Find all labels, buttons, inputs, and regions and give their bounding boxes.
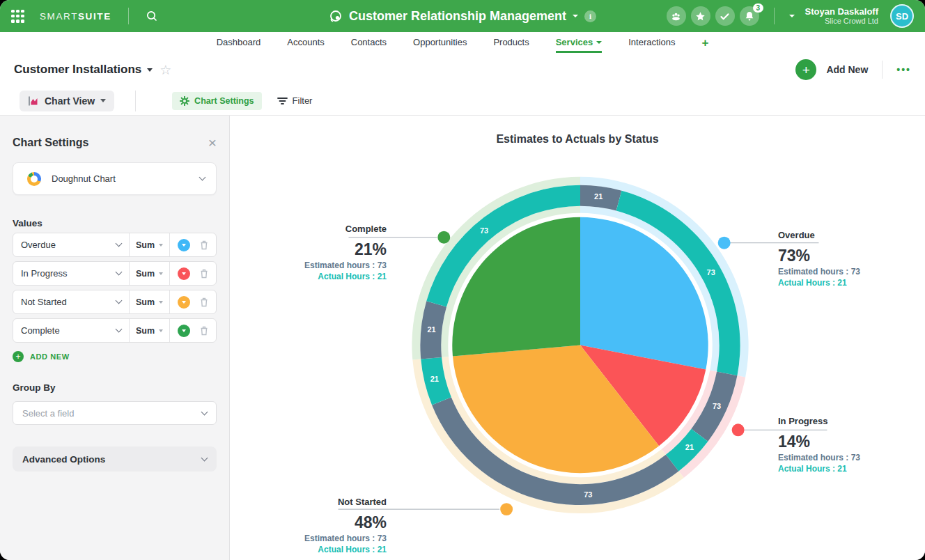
user-company: Slice Crowd Ltd: [805, 17, 878, 26]
favorite-star-icon[interactable]: ☆: [160, 63, 171, 77]
tab-opportunities[interactable]: Opportunities: [413, 32, 467, 53]
page-title: Customer Installations: [14, 63, 141, 77]
app-grid-icon[interactable]: [11, 10, 24, 23]
callout-percent: 21%: [282, 240, 387, 258]
group-by-label: Group By: [13, 382, 217, 393]
chart-view-icon: [28, 95, 39, 107]
callout-estimated: Estimated hours : 73: [282, 534, 387, 543]
chevron-down-icon: [201, 408, 208, 415]
caret-down-icon: [159, 272, 163, 275]
caret-down-icon: [182, 329, 186, 332]
doughnut-chart-svg[interactable]: 2173732173212173: [230, 116, 925, 560]
aggregation-select[interactable]: Sum: [130, 233, 170, 256]
field-label: In Progress: [21, 268, 67, 279]
add-new-label: Add New: [826, 64, 868, 75]
close-icon[interactable]: ×: [208, 135, 217, 150]
add-tab-button[interactable]: +: [701, 32, 708, 53]
aggregation-label: Sum: [136, 326, 155, 336]
user-name: Stoyan Daskaloff: [805, 6, 878, 17]
view-toolbar: Chart View Chart Settings Filter: [0, 86, 925, 115]
trash-icon[interactable]: [199, 268, 209, 279]
filter-button-label: Filter: [293, 95, 313, 106]
user-menu[interactable]: Stoyan Daskaloff Slice Crowd Ltd: [805, 6, 878, 26]
field-select-in-progress[interactable]: In Progress: [13, 262, 130, 285]
logo-text-bold: SUITE: [78, 11, 111, 22]
svg-text:73: 73: [584, 490, 592, 499]
svg-text:21: 21: [685, 443, 694, 451]
callout-name: In Progress: [778, 416, 900, 426]
group-by-placeholder: Select a field: [22, 408, 74, 419]
field-label: Complete: [21, 325, 60, 336]
view-selector-label: Chart View: [45, 95, 95, 107]
advanced-options-toggle[interactable]: Advanced Options: [13, 446, 217, 472]
chart-settings-panel: Chart Settings × Doughnut Chart Values O…: [0, 116, 230, 560]
color-picker-button[interactable]: [178, 267, 190, 280]
callout-complete: Complete 21% Estimated hours : 73 Actual…: [282, 224, 387, 281]
tasks-check-icon[interactable]: [715, 6, 735, 26]
chevron-down-icon: [116, 240, 123, 247]
search-icon[interactable]: [146, 10, 158, 22]
aggregation-select[interactable]: Sum: [130, 290, 170, 313]
tab-interactions[interactable]: Interactions: [628, 32, 675, 53]
header-divider-right: [774, 8, 775, 24]
trash-icon[interactable]: [199, 325, 209, 336]
solution-title-group[interactable]: Customer Relationship Management i: [329, 9, 596, 24]
logo-text-light: SMART: [40, 11, 78, 22]
group-by-select[interactable]: Select a field: [13, 401, 217, 425]
tab-products[interactable]: Products: [493, 32, 529, 53]
tab-services[interactable]: Services: [556, 32, 603, 53]
view-selector[interactable]: Chart View: [20, 91, 114, 111]
advanced-options-label: Advanced Options: [22, 454, 105, 465]
svg-text:73: 73: [713, 402, 721, 410]
field-select-not-started[interactable]: Not Started: [13, 290, 130, 313]
view-selector-caret-icon: [100, 99, 106, 102]
tab-accounts[interactable]: Accounts: [287, 32, 324, 53]
chart-settings-button-label: Chart Settings: [194, 96, 254, 106]
headset-icon: [329, 9, 343, 23]
more-options-button[interactable]: •••: [896, 64, 911, 75]
doughnut-chart-icon: [27, 172, 41, 186]
chart-type-label: Doughnut Chart: [52, 173, 116, 184]
info-icon[interactable]: i: [584, 10, 596, 22]
svg-text:21: 21: [427, 325, 435, 334]
caret-down-icon: [182, 272, 186, 275]
color-picker-button[interactable]: [178, 296, 190, 309]
svg-text:73: 73: [480, 226, 488, 235]
add-new-button[interactable]: +: [795, 59, 816, 80]
color-picker-button[interactable]: [178, 325, 190, 337]
favorites-star-icon[interactable]: [691, 6, 710, 26]
chart-settings-button[interactable]: Chart Settings: [172, 92, 261, 110]
app-window: SMARTSUITE Customer Relationship Managem…: [0, 0, 925, 560]
chevron-down-icon: [199, 174, 206, 181]
trash-icon[interactable]: [199, 297, 209, 307]
solution-caret-icon[interactable]: [573, 15, 578, 17]
callout-actual: Actual Hours : 21: [282, 272, 387, 281]
tab-services-caret-icon: [596, 41, 602, 44]
callout-name: Complete: [282, 224, 387, 234]
field-select-overdue[interactable]: Overdue: [13, 233, 130, 256]
members-icon[interactable]: [667, 6, 686, 26]
notifications-bell-icon[interactable]: 3: [740, 6, 759, 26]
panel-title: Chart Settings: [13, 137, 88, 149]
smartsuite-logo[interactable]: SMARTSUITE: [40, 11, 111, 22]
trash-icon[interactable]: [199, 240, 209, 250]
filter-button[interactable]: Filter: [277, 95, 313, 106]
field-select-complete[interactable]: Complete: [13, 319, 130, 342]
svg-text:21: 21: [430, 375, 439, 383]
value-row: In Progress Sum: [13, 261, 217, 286]
tab-dashboard[interactable]: Dashboard: [217, 32, 261, 53]
add-new-value-button[interactable]: + ADD NEW: [13, 351, 70, 362]
gear-icon: [180, 96, 189, 106]
aggregation-select[interactable]: Sum: [130, 319, 170, 342]
caret-down-icon: [159, 244, 163, 247]
tab-contacts[interactable]: Contacts: [351, 32, 387, 53]
callout-percent: 48%: [282, 513, 387, 531]
caret-down-icon: [159, 301, 163, 304]
color-picker-button[interactable]: [178, 239, 190, 251]
page-title-caret-icon[interactable]: [147, 68, 153, 72]
user-avatar[interactable]: SD: [890, 4, 914, 28]
value-row: Complete Sum: [13, 318, 217, 343]
aggregation-select[interactable]: Sum: [130, 262, 170, 285]
user-menu-caret-icon[interactable]: [789, 15, 795, 17]
chart-type-select[interactable]: Doughnut Chart: [13, 162, 217, 195]
